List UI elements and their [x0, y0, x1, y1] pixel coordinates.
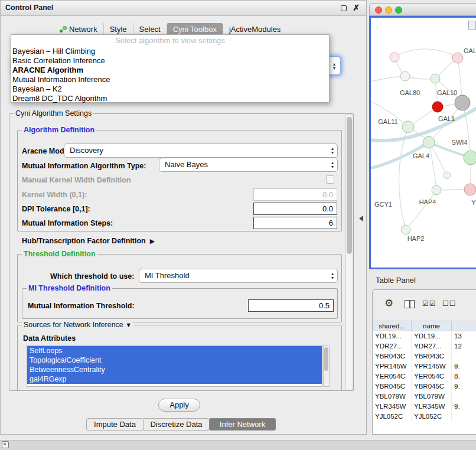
table-row[interactable]: YBR045C YBR045C 9.	[373, 381, 476, 392]
network-node[interactable]	[455, 95, 470, 110]
network-node[interactable]	[402, 121, 414, 133]
apply-button[interactable]: Apply	[158, 399, 200, 412]
manual-kernel-label: Manual Kernel Width Definition	[22, 176, 131, 184]
table-row[interactable]: YJL052C YJL052C	[373, 412, 476, 422]
network-node[interactable]	[452, 53, 463, 63]
attribute-list-item[interactable]: gal4RGexp	[27, 374, 322, 384]
scrollbar-thumb[interactable]	[324, 347, 328, 371]
table-row[interactable]: YDR27... YDR27... 12	[373, 341, 476, 351]
network-view-frame: GALGAL80GAL10GAL11GAL1SWI4GAL4GCY1HAP4HA…	[369, 16, 476, 269]
network-node[interactable]	[431, 74, 440, 83]
algorithm-option[interactable]: Dream8 DC_TDC Algorithm	[11, 94, 329, 103]
bottom-strip	[0, 440, 476, 450]
cell-shared-name: YPR145W	[373, 361, 412, 371]
sources-title: Sources for Network Inference	[24, 321, 123, 329]
control-panel-titlebar[interactable]: Control Panel ✗	[1, 1, 366, 16]
tab-cyni-toolbox[interactable]: Cyni Toolbox	[167, 23, 223, 35]
float-window-icon[interactable]	[341, 5, 347, 11]
panel-collapse-icon[interactable]	[359, 216, 363, 221]
column-header[interactable]: name	[412, 321, 452, 331]
cell-shared-name: YBL079W	[373, 392, 412, 402]
network-node[interactable]	[423, 136, 435, 148]
tab-discretize-data[interactable]: Discretize Data	[143, 418, 210, 431]
tab-label: Style	[110, 25, 127, 34]
manual-kernel-checkbox[interactable]	[326, 175, 334, 184]
gear-icon[interactable]: ⚙	[384, 297, 393, 309]
table-row[interactable]: YPR145W YPR145W 9.	[373, 361, 476, 371]
data-attributes-list[interactable]: SelfLoops TopologicalCoefficient Between…	[27, 345, 322, 387]
mi-type-combobox[interactable]: Naive Bayes ▴▾	[159, 158, 338, 172]
hub-tf-definition-section[interactable]: Hub/Transcription Factor Definition ▶	[22, 237, 155, 245]
cell-name: YJL052C	[412, 412, 452, 422]
algorithm-option[interactable]: Bayesian – Hill Climbing	[11, 47, 329, 56]
minimized-panel-icon[interactable]	[2, 441, 9, 448]
which-threshold-combobox[interactable]: MI Threshold ▴▾	[139, 269, 338, 283]
which-threshold-label: Which threshold to use:	[50, 272, 134, 281]
table-row[interactable]: YDL19... YDL19... 13	[373, 331, 476, 341]
tab-network[interactable]: Network	[54, 23, 103, 35]
attribute-name: TopologicalCoefficient	[30, 356, 101, 364]
dpi-tolerance-label: DPI Tolerance [0,1]:	[22, 205, 90, 213]
collapse-down-icon[interactable]: ▼	[125, 321, 132, 328]
minimize-button[interactable]	[385, 6, 392, 14]
node-label: GAL1	[438, 115, 455, 122]
attribute-list-item[interactable]: BetweennessCentrality	[27, 365, 322, 374]
tab-style[interactable]: Style	[103, 23, 133, 35]
algorithm-option[interactable]: Mutual Information Inference	[11, 75, 329, 84]
settings-scrollbar[interactable]	[345, 114, 353, 390]
table-row[interactable]: YBR043C YBR043C	[373, 351, 476, 361]
tab-label: Network	[69, 25, 97, 34]
node-label: GAL80	[400, 89, 420, 96]
network-node[interactable]	[432, 102, 443, 112]
close-icon[interactable]: ✗	[353, 3, 360, 12]
column-header[interactable]	[452, 321, 476, 331]
tab-select[interactable]: Select	[133, 23, 167, 35]
network-view-window: GALGAL80GAL10GAL11GAL1SWI4GAL4GCY1HAP4HA…	[369, 3, 476, 269]
algorithm-option-selected[interactable]: ARACNE Algorithm	[11, 66, 329, 75]
algorithm-option[interactable]: Bayesian – K2	[11, 84, 329, 94]
node-label: GAL	[464, 47, 476, 54]
network-graph[interactable]: GALGAL80GAL10GAL11GAL1SWI4GAL4GCY1HAP4HA…	[371, 18, 476, 268]
table-panel-title: Table Panel	[376, 276, 416, 285]
network-window-titlebar[interactable]	[369, 3, 476, 16]
network-node[interactable]	[464, 184, 476, 195]
column-header[interactable]: shared...	[373, 321, 412, 331]
attribute-list-item[interactable]: TopologicalCoefficient	[27, 356, 322, 365]
attribute-list-scrollbar[interactable]	[323, 345, 330, 387]
combo-value: Discovery	[70, 146, 103, 155]
zoom-button[interactable]	[395, 6, 402, 14]
kernel-width-field[interactable]: 0.0	[253, 188, 337, 201]
expand-right-icon[interactable]: ▶	[150, 237, 155, 245]
close-button[interactable]	[375, 6, 382, 14]
cell-value	[452, 392, 476, 402]
columns-icon[interactable]	[405, 300, 415, 308]
cell-name: YDR27...	[412, 341, 452, 351]
network-node[interactable]	[400, 71, 410, 81]
aracne-mode-combobox[interactable]: Discovery ▴▾	[64, 144, 338, 158]
table-row[interactable]: YER054C YER054C 8.	[373, 371, 476, 381]
birdseye-corner-widget[interactable]	[468, 21, 476, 30]
dpi-tolerance-field[interactable]: 0.0	[253, 203, 337, 215]
mi-steps-field[interactable]: 6	[253, 217, 337, 229]
network-node[interactable]	[390, 53, 399, 62]
scrollbar-thumb[interactable]	[347, 117, 352, 254]
network-node[interactable]	[444, 172, 451, 179]
deselect-all-icon[interactable]: ☐☐	[442, 299, 457, 308]
select-all-icon[interactable]: ☑☑	[422, 299, 436, 308]
tab-infer-network[interactable]: Infer Network	[209, 418, 276, 431]
cell-shared-name: YDR27...	[373, 341, 412, 351]
algorithm-option[interactable]: Basic Correlation Inference	[11, 56, 329, 66]
attribute-list-item[interactable]: SelfLoops	[27, 346, 322, 356]
combo-arrows-icon: ▴▾	[333, 62, 335, 70]
tab-impute-data[interactable]: Impute Data	[86, 418, 144, 431]
table-header-row: shared... name	[373, 321, 476, 331]
table-row[interactable]: YBL079W YBL079W	[373, 392, 476, 402]
mi-threshold-field[interactable]: 0.5	[248, 299, 334, 312]
network-canvas[interactable]: GALGAL80GAL10GAL11GAL1SWI4GAL4GCY1HAP4HA…	[371, 18, 476, 268]
table-row[interactable]: YLR345W YLR345W 9.	[373, 402, 476, 412]
tab-jactivemodules[interactable]: jActiveModules	[223, 23, 286, 35]
network-node[interactable]	[464, 151, 476, 165]
network-node[interactable]	[401, 225, 410, 234]
cell-value: 13	[452, 331, 476, 341]
network-node[interactable]	[432, 185, 441, 195]
